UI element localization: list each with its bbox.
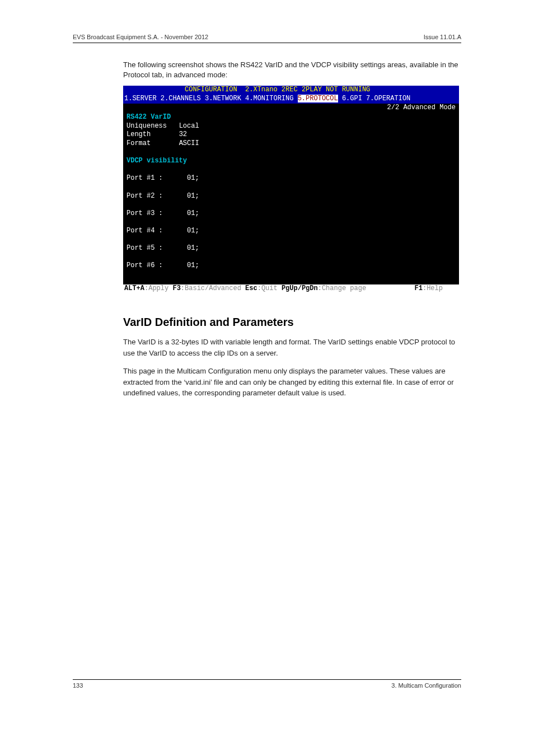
terminal-menu: 1.SERVER 2.CHANNELS 3.NETWORK 4.MONITORI…: [123, 95, 459, 104]
varid-row: Length 32: [127, 130, 187, 138]
port-row: Port #2 : 01;: [127, 192, 199, 200]
port-row: Port #5 : 01;: [127, 244, 199, 252]
header-right: Issue 11.01.A: [424, 34, 461, 40]
varid-row: Format ASCII: [127, 139, 199, 147]
menu-item: 1.SERVER: [124, 95, 157, 102]
varid-row: Uniqueness Local: [127, 122, 199, 130]
menu-item: 7.OPERATION: [366, 95, 410, 102]
body-paragraph-2: This page in the Multicam Configuration …: [123, 366, 461, 399]
menu-item: 2.CHANNELS: [161, 95, 201, 102]
port-row: Port #6 : 01;: [127, 262, 199, 269]
header-left: EVS Broadcast Equipment S.A. - November …: [73, 34, 208, 40]
terminal-screenshot: CONFIGURATION 2.XTnano 2REC 2PLAY NOT RU…: [123, 86, 459, 293]
section-heading-vdcp: VDCP visibility: [127, 157, 187, 165]
terminal-body: RS422 VarID Uniqueness Local Length 32 F…: [123, 112, 459, 284]
port-row: Port #1 : 01;: [127, 174, 199, 182]
footer-section: 3. Multicam Configuration: [391, 682, 461, 689]
body-paragraph-1: The VarID is a 32-bytes ID with variable…: [123, 337, 461, 358]
port-row: Port #4 : 01;: [127, 227, 199, 235]
mode-indicator: 2/2 Advanced Mode: [123, 104, 459, 113]
menu-item: 4.MONITORING: [245, 95, 293, 102]
page-number: 133: [73, 682, 83, 689]
terminal-title: CONFIGURATION 2.XTnano 2REC 2PLAY NOT RU…: [123, 86, 459, 95]
page-header: EVS Broadcast Equipment S.A. - November …: [73, 34, 461, 43]
section-heading-rs422: RS422 VarID: [127, 113, 171, 121]
port-row: Port #3 : 01;: [127, 209, 199, 217]
page-footer: 133 3. Multicam Configuration: [73, 679, 461, 689]
menu-item-selected: 5.PROTOCOL: [298, 95, 338, 102]
terminal-footer: ALT+A:Apply F3:Basic/Advanced Esc:Quit P…: [123, 284, 459, 293]
intro-paragraph: The following screenshot shows the RS422…: [123, 60, 461, 80]
menu-item: 6.GPI: [342, 95, 362, 102]
menu-item: 3.NETWORK: [205, 95, 241, 102]
section-heading: VarID Definition and Parameters: [123, 316, 461, 329]
